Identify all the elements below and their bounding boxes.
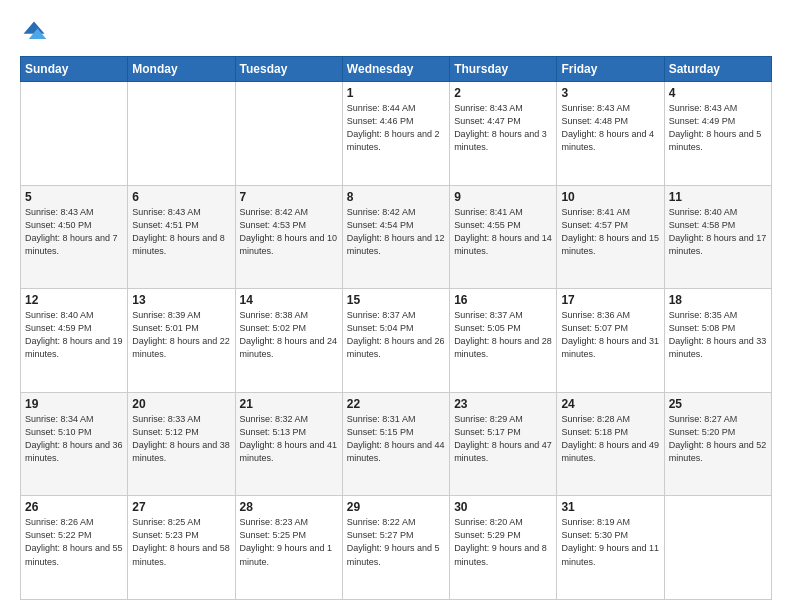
day-cell: 7Sunrise: 8:42 AM Sunset: 4:53 PM Daylig… <box>235 185 342 289</box>
week-row-4: 19Sunrise: 8:34 AM Sunset: 5:10 PM Dayli… <box>21 392 772 496</box>
day-cell: 3Sunrise: 8:43 AM Sunset: 4:48 PM Daylig… <box>557 82 664 186</box>
day-info: Sunrise: 8:22 AM Sunset: 5:27 PM Dayligh… <box>347 516 445 568</box>
day-number: 16 <box>454 293 552 307</box>
day-cell: 23Sunrise: 8:29 AM Sunset: 5:17 PM Dayli… <box>450 392 557 496</box>
week-row-1: 1Sunrise: 8:44 AM Sunset: 4:46 PM Daylig… <box>21 82 772 186</box>
day-cell: 2Sunrise: 8:43 AM Sunset: 4:47 PM Daylig… <box>450 82 557 186</box>
day-number: 12 <box>25 293 123 307</box>
day-info: Sunrise: 8:23 AM Sunset: 5:25 PM Dayligh… <box>240 516 338 568</box>
day-cell: 16Sunrise: 8:37 AM Sunset: 5:05 PM Dayli… <box>450 289 557 393</box>
day-info: Sunrise: 8:41 AM Sunset: 4:57 PM Dayligh… <box>561 206 659 258</box>
day-number: 17 <box>561 293 659 307</box>
day-info: Sunrise: 8:29 AM Sunset: 5:17 PM Dayligh… <box>454 413 552 465</box>
day-info: Sunrise: 8:44 AM Sunset: 4:46 PM Dayligh… <box>347 102 445 154</box>
day-info: Sunrise: 8:20 AM Sunset: 5:29 PM Dayligh… <box>454 516 552 568</box>
col-header-tuesday: Tuesday <box>235 57 342 82</box>
day-cell: 11Sunrise: 8:40 AM Sunset: 4:58 PM Dayli… <box>664 185 771 289</box>
day-cell: 27Sunrise: 8:25 AM Sunset: 5:23 PM Dayli… <box>128 496 235 600</box>
day-info: Sunrise: 8:25 AM Sunset: 5:23 PM Dayligh… <box>132 516 230 568</box>
day-number: 22 <box>347 397 445 411</box>
day-number: 23 <box>454 397 552 411</box>
day-number: 28 <box>240 500 338 514</box>
day-number: 26 <box>25 500 123 514</box>
day-number: 6 <box>132 190 230 204</box>
day-number: 19 <box>25 397 123 411</box>
day-number: 10 <box>561 190 659 204</box>
day-cell <box>128 82 235 186</box>
day-info: Sunrise: 8:36 AM Sunset: 5:07 PM Dayligh… <box>561 309 659 361</box>
week-row-3: 12Sunrise: 8:40 AM Sunset: 4:59 PM Dayli… <box>21 289 772 393</box>
day-number: 8 <box>347 190 445 204</box>
day-info: Sunrise: 8:43 AM Sunset: 4:48 PM Dayligh… <box>561 102 659 154</box>
day-number: 20 <box>132 397 230 411</box>
day-info: Sunrise: 8:34 AM Sunset: 5:10 PM Dayligh… <box>25 413 123 465</box>
day-info: Sunrise: 8:37 AM Sunset: 5:05 PM Dayligh… <box>454 309 552 361</box>
day-number: 7 <box>240 190 338 204</box>
day-number: 30 <box>454 500 552 514</box>
day-info: Sunrise: 8:43 AM Sunset: 4:50 PM Dayligh… <box>25 206 123 258</box>
day-number: 11 <box>669 190 767 204</box>
day-cell: 14Sunrise: 8:38 AM Sunset: 5:02 PM Dayli… <box>235 289 342 393</box>
day-cell <box>664 496 771 600</box>
day-info: Sunrise: 8:26 AM Sunset: 5:22 PM Dayligh… <box>25 516 123 568</box>
day-info: Sunrise: 8:40 AM Sunset: 4:58 PM Dayligh… <box>669 206 767 258</box>
day-cell: 21Sunrise: 8:32 AM Sunset: 5:13 PM Dayli… <box>235 392 342 496</box>
day-info: Sunrise: 8:35 AM Sunset: 5:08 PM Dayligh… <box>669 309 767 361</box>
day-number: 1 <box>347 86 445 100</box>
day-info: Sunrise: 8:33 AM Sunset: 5:12 PM Dayligh… <box>132 413 230 465</box>
day-cell: 22Sunrise: 8:31 AM Sunset: 5:15 PM Dayli… <box>342 392 449 496</box>
day-number: 27 <box>132 500 230 514</box>
day-cell: 1Sunrise: 8:44 AM Sunset: 4:46 PM Daylig… <box>342 82 449 186</box>
day-cell: 13Sunrise: 8:39 AM Sunset: 5:01 PM Dayli… <box>128 289 235 393</box>
day-number: 13 <box>132 293 230 307</box>
day-number: 31 <box>561 500 659 514</box>
week-row-5: 26Sunrise: 8:26 AM Sunset: 5:22 PM Dayli… <box>21 496 772 600</box>
day-info: Sunrise: 8:40 AM Sunset: 4:59 PM Dayligh… <box>25 309 123 361</box>
col-header-saturday: Saturday <box>664 57 771 82</box>
day-number: 4 <box>669 86 767 100</box>
header <box>20 18 772 46</box>
logo-icon <box>20 18 48 46</box>
col-header-friday: Friday <box>557 57 664 82</box>
day-info: Sunrise: 8:28 AM Sunset: 5:18 PM Dayligh… <box>561 413 659 465</box>
col-header-sunday: Sunday <box>21 57 128 82</box>
day-number: 2 <box>454 86 552 100</box>
logo <box>20 18 52 46</box>
day-cell: 29Sunrise: 8:22 AM Sunset: 5:27 PM Dayli… <box>342 496 449 600</box>
day-cell: 8Sunrise: 8:42 AM Sunset: 4:54 PM Daylig… <box>342 185 449 289</box>
day-cell: 31Sunrise: 8:19 AM Sunset: 5:30 PM Dayli… <box>557 496 664 600</box>
day-info: Sunrise: 8:31 AM Sunset: 5:15 PM Dayligh… <box>347 413 445 465</box>
day-info: Sunrise: 8:37 AM Sunset: 5:04 PM Dayligh… <box>347 309 445 361</box>
week-row-2: 5Sunrise: 8:43 AM Sunset: 4:50 PM Daylig… <box>21 185 772 289</box>
day-number: 14 <box>240 293 338 307</box>
day-number: 3 <box>561 86 659 100</box>
day-info: Sunrise: 8:43 AM Sunset: 4:51 PM Dayligh… <box>132 206 230 258</box>
day-cell <box>21 82 128 186</box>
col-header-thursday: Thursday <box>450 57 557 82</box>
svg-marker-0 <box>24 22 45 34</box>
day-cell: 6Sunrise: 8:43 AM Sunset: 4:51 PM Daylig… <box>128 185 235 289</box>
day-cell: 10Sunrise: 8:41 AM Sunset: 4:57 PM Dayli… <box>557 185 664 289</box>
day-info: Sunrise: 8:41 AM Sunset: 4:55 PM Dayligh… <box>454 206 552 258</box>
calendar-table: SundayMondayTuesdayWednesdayThursdayFrid… <box>20 56 772 600</box>
day-cell: 26Sunrise: 8:26 AM Sunset: 5:22 PM Dayli… <box>21 496 128 600</box>
day-info: Sunrise: 8:38 AM Sunset: 5:02 PM Dayligh… <box>240 309 338 361</box>
day-number: 21 <box>240 397 338 411</box>
day-cell <box>235 82 342 186</box>
day-cell: 5Sunrise: 8:43 AM Sunset: 4:50 PM Daylig… <box>21 185 128 289</box>
day-cell: 30Sunrise: 8:20 AM Sunset: 5:29 PM Dayli… <box>450 496 557 600</box>
day-info: Sunrise: 8:43 AM Sunset: 4:49 PM Dayligh… <box>669 102 767 154</box>
day-number: 15 <box>347 293 445 307</box>
day-info: Sunrise: 8:27 AM Sunset: 5:20 PM Dayligh… <box>669 413 767 465</box>
page: SundayMondayTuesdayWednesdayThursdayFrid… <box>0 0 792 612</box>
day-cell: 25Sunrise: 8:27 AM Sunset: 5:20 PM Dayli… <box>664 392 771 496</box>
day-info: Sunrise: 8:39 AM Sunset: 5:01 PM Dayligh… <box>132 309 230 361</box>
day-cell: 19Sunrise: 8:34 AM Sunset: 5:10 PM Dayli… <box>21 392 128 496</box>
day-info: Sunrise: 8:32 AM Sunset: 5:13 PM Dayligh… <box>240 413 338 465</box>
day-number: 24 <box>561 397 659 411</box>
day-cell: 17Sunrise: 8:36 AM Sunset: 5:07 PM Dayli… <box>557 289 664 393</box>
day-cell: 28Sunrise: 8:23 AM Sunset: 5:25 PM Dayli… <box>235 496 342 600</box>
day-cell: 15Sunrise: 8:37 AM Sunset: 5:04 PM Dayli… <box>342 289 449 393</box>
day-info: Sunrise: 8:42 AM Sunset: 4:53 PM Dayligh… <box>240 206 338 258</box>
day-info: Sunrise: 8:43 AM Sunset: 4:47 PM Dayligh… <box>454 102 552 154</box>
